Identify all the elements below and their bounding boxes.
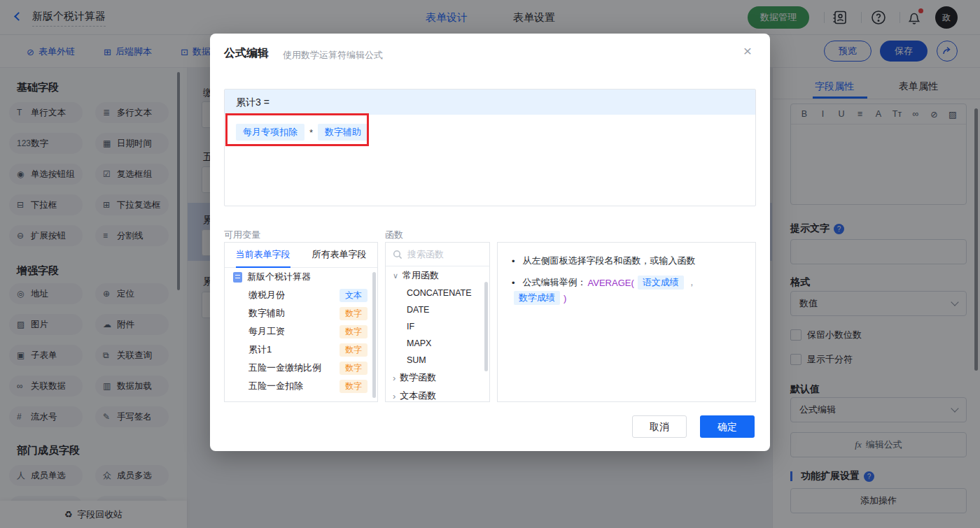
modal-subtitle: 使用数学运算符编辑公式 [283, 49, 383, 62]
help-line-2: • 公式编辑举例： AVERAGE( 语文成绩 ， 数学成绩 ) [512, 276, 741, 305]
function-search-input[interactable] [407, 249, 477, 259]
help-line-1: • 从左侧面板选择字段名和函数，或输入函数 [512, 255, 741, 267]
form-doc-icon [233, 272, 242, 283]
formula-target-label: 累计3 = [225, 90, 755, 115]
function-item[interactable]: MAPX [386, 335, 489, 352]
tab-all-form-fields[interactable]: 所有表单字段 [301, 243, 377, 267]
field-type-badge: 数字 [340, 343, 368, 357]
tab-current-form-fields[interactable]: 当前表单字段 [225, 243, 301, 267]
variables-root-node[interactable]: 新版个税计算器 [225, 268, 377, 286]
search-icon [393, 250, 402, 259]
caret-down-icon: ∨ [393, 271, 398, 280]
function-group-collapsed[interactable]: › 数学函数 [386, 369, 489, 387]
formula-operator: * [309, 127, 313, 138]
variables-scrollbar[interactable] [372, 272, 376, 398]
field-type-badge: 文本 [340, 289, 368, 302]
confirm-button[interactable]: 确定 [700, 415, 755, 438]
close-icon[interactable]: × [739, 43, 756, 59]
functions-panel: ∨ 常用函数 CONCATENATE DATE IF MAPX SUM › 数学… [385, 242, 490, 402]
variable-field-row[interactable]: 累计1 数字 [225, 341, 377, 359]
function-group-collapsed[interactable]: › 文本函数 [386, 387, 489, 402]
function-item[interactable]: CONCATENATE [386, 285, 489, 301]
variables-section-label: 可用变量 [224, 229, 260, 241]
field-type-badge: 数字 [340, 325, 368, 338]
app-window: 新版个税计算器 表单设计 表单设置 数据管理 [0, 0, 980, 528]
function-group-common[interactable]: ∨ 常用函数 [386, 266, 489, 285]
function-search[interactable] [386, 243, 489, 266]
formula-expression[interactable]: 每月专项扣除 * 数字辅助 [225, 115, 755, 150]
functions-section-label: 函数 [385, 229, 403, 241]
field-type-badge: 数字 [340, 362, 368, 375]
variable-field-row[interactable]: 数字辅助 数字 [225, 304, 377, 322]
variable-field-row[interactable]: 五险一金扣除 数字 [225, 377, 377, 395]
variable-field-row[interactable]: 缴税月份 文本 [225, 286, 377, 304]
help-panel: • 从左侧面板选择字段名和函数，或输入函数 • 公式编辑举例： AVERAGE(… [497, 242, 756, 402]
formula-field-chip[interactable]: 数字辅助 [318, 124, 368, 141]
caret-right-icon: › [393, 373, 396, 383]
function-item[interactable]: IF [386, 318, 489, 335]
function-item[interactable]: DATE [386, 301, 489, 318]
variable-field-row[interactable]: 五险一金缴纳比例 数字 [225, 359, 377, 377]
formula-field-chip[interactable]: 每月专项扣除 [236, 124, 304, 141]
formula-editor[interactable]: 累计3 = 每月专项扣除 * 数字辅助 [224, 89, 756, 206]
caret-right-icon: › [393, 391, 396, 401]
variable-field-row[interactable]: 每月工资 数字 [225, 322, 377, 341]
field-type-badge: 数字 [340, 380, 368, 393]
example-chip: 数学成绩 [514, 291, 560, 305]
variables-tabs: 当前表单字段 所有表单字段 [225, 243, 377, 268]
function-item[interactable]: SUM [386, 352, 489, 369]
formula-edit-modal: 公式编辑 使用数学运算符编辑公式 × 累计3 = 每月专项扣除 * 数字辅助 可… [210, 34, 770, 451]
field-type-badge: 数字 [340, 307, 368, 320]
example-chip: 语文成绩 [638, 276, 684, 290]
cancel-button[interactable]: 取消 [632, 415, 687, 438]
variables-panel: 当前表单字段 所有表单字段 新版个税计算器 缴税月份 文本 数字辅助 数字 [224, 242, 378, 402]
functions-scrollbar[interactable] [484, 282, 488, 371]
modal-title: 公式编辑 [224, 46, 269, 61]
